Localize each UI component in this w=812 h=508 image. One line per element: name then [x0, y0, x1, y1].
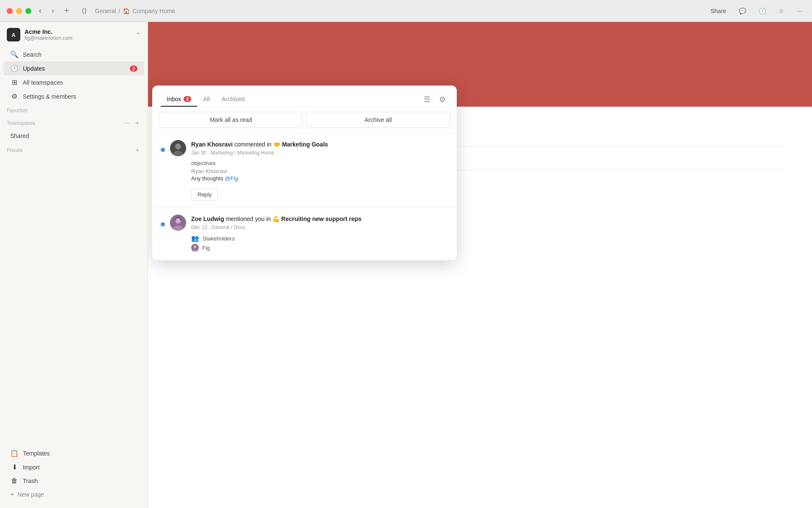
archive-all-button[interactable]: Archive all [306, 112, 450, 128]
templates-icon: 📋 [10, 449, 19, 457]
minimize-button[interactable] [16, 8, 22, 14]
settings-icon: ⚙ [10, 92, 19, 100]
share-button[interactable]: Share [707, 6, 730, 16]
shared-label: Shared [10, 133, 29, 139]
inbox-badge: 2 [184, 96, 191, 102]
fig-label: Fig [202, 245, 210, 251]
forward-button[interactable]: › [49, 5, 57, 17]
main-layout: A Acme Inc. fig@makenotion.com ⌃ 🔍 Searc… [0, 22, 812, 508]
sidebar-item-updates[interactable]: 🕐 Updates 2 [3, 61, 144, 75]
content-area: 🎉 New Employee 🆕 To Do/Read in your firs… [148, 22, 812, 508]
private-section-actions: + [134, 146, 141, 155]
back-button[interactable]: ‹ [36, 5, 44, 17]
history-icon-button[interactable]: 🕐 [755, 6, 769, 16]
unread-indicator [161, 148, 165, 152]
private-section-title: Private [7, 147, 22, 153]
notif-content-label-1: objectives [191, 160, 448, 166]
breadcrumb: General / 🏠 Company Home [95, 8, 702, 14]
notif-page-ref-2: Recruiting new support reps [281, 215, 362, 222]
collapse-sidebar-button[interactable]: ⟨⟩ [78, 5, 90, 17]
sidebar-label-settings: Settings & members [23, 93, 76, 100]
breadcrumb-title[interactable]: Company Home [132, 8, 175, 14]
sidebar-label-templates: Templates [23, 450, 50, 457]
private-add-button[interactable]: + [134, 146, 141, 155]
new-page-button[interactable]: + New page [3, 488, 144, 501]
notif-meta-1: Jan 30 · Marketing / Marketing Home [191, 150, 448, 156]
notif-header: Inbox 2 All Archived ☰ ⚙ [152, 86, 457, 107]
teamspaces-add-button[interactable]: + [134, 119, 141, 128]
notif-author-2: Zoe Ludwig [191, 215, 224, 222]
notif-settings-button[interactable]: ⚙ [436, 93, 448, 106]
more-actions-button[interactable]: ··· [793, 6, 805, 16]
sidebar-item-shared[interactable]: Shared [3, 130, 144, 142]
titlebar: ‹ › + ⟨⟩ General / 🏠 Company Home Share … [0, 0, 812, 22]
notif-mention-1: @Fig [225, 175, 238, 182]
notif-fig-row: Fig [191, 244, 448, 251]
notification-1[interactable]: Ryan Khosravi commented in 🤝 Marketing G… [152, 133, 457, 208]
search-icon: 🔍 [10, 50, 19, 58]
workspace-header[interactable]: A Acme Inc. fig@makenotion.com ⌃ [0, 22, 148, 47]
notif-page-ref-1: Marketing Goals [282, 141, 328, 148]
tab-all[interactable]: All [197, 92, 216, 107]
tab-all-label: All [203, 96, 210, 102]
reply-button-1[interactable]: Reply [191, 188, 218, 201]
tab-archived[interactable]: Archived [216, 92, 250, 107]
ryan-avatar-img [170, 140, 186, 156]
zoe-avatar-img [170, 215, 186, 231]
notif-title-2: Zoe Ludwig mentioned you in 💪 Recruiting… [191, 215, 448, 224]
sidebar-label-updates: Updates [23, 65, 45, 72]
stakeholders-icon: 👥 [191, 235, 199, 242]
bookmark-icon-button[interactable]: ☆ [775, 6, 787, 16]
breadcrumb-separator: / [118, 8, 120, 14]
mark-all-read-button[interactable]: Mark all as read [159, 112, 303, 128]
notif-meta-2: Dec 12 · General / Docs [191, 224, 448, 230]
titlebar-actions: Share 💬 🕐 ☆ ··· [707, 6, 805, 16]
traffic-lights [7, 8, 31, 14]
sidebar-label-search: Search [23, 51, 41, 58]
teamspaces-more-button[interactable]: ··· [123, 119, 132, 128]
notif-author-1: Ryan Khosravi [191, 141, 233, 148]
import-icon: ⬇ [10, 463, 19, 471]
sidebar-item-import[interactable]: ⬇ Import [3, 460, 144, 474]
sidebar-item-teamspaces[interactable]: ⊞ All teamspaces [3, 75, 144, 89]
notif-action-bar: Mark all as read Archive all [152, 107, 457, 133]
stakeholders-label: Stakeholders [203, 235, 235, 242]
favorites-section-label: Favorites [0, 103, 148, 115]
new-tab-button[interactable]: + [62, 5, 71, 17]
notif-tab-actions: ☰ ⚙ [421, 93, 448, 106]
avatar-ryan [170, 140, 186, 156]
sidebar-item-settings[interactable]: ⚙ Settings & members [3, 89, 144, 103]
close-button[interactable] [7, 8, 13, 14]
sidebar-item-trash[interactable]: 🗑 Trash [3, 474, 144, 488]
teamspaces-icon: ⊞ [10, 78, 19, 86]
tab-inbox[interactable]: Inbox 2 [161, 92, 197, 107]
notif-comment-text-1: Any thoughts @Fig [191, 175, 448, 182]
workspace-email: fig@makenotion.com [25, 35, 132, 41]
new-page-plus-icon: + [10, 491, 14, 498]
notif-body-2: Zoe Ludwig mentioned you in 💪 Recruiting… [191, 215, 448, 253]
teamspaces-section-title: Teamspaces [7, 120, 35, 126]
filter-button[interactable]: ☰ [421, 93, 433, 106]
tab-archived-label: Archived [222, 96, 244, 102]
unread-indicator-2 [161, 222, 165, 226]
sidebar-label-trash: Trash [23, 478, 38, 484]
svg-point-1 [175, 144, 181, 149]
notif-stakeholders-row: 👥 Stakeholders [191, 235, 448, 242]
workspace-name: Acme Inc. [25, 28, 132, 35]
private-section-header: Private + [0, 142, 148, 157]
comment-icon-button[interactable]: 💬 [735, 6, 749, 16]
notification-2[interactable]: Zoe Ludwig mentioned you in 💪 Recruiting… [152, 208, 457, 260]
fullscreen-button[interactable] [25, 8, 31, 14]
notif-tabs: Inbox 2 All Archived ☰ ⚙ [161, 92, 448, 106]
new-page-label: New page [17, 491, 44, 498]
notif-body-1: Ryan Khosravi commented in 🤝 Marketing G… [191, 140, 448, 201]
sidebar: A Acme Inc. fig@makenotion.com ⌃ 🔍 Searc… [0, 22, 148, 508]
breadcrumb-general[interactable]: General [95, 8, 116, 14]
notifications-panel: Inbox 2 All Archived ☰ ⚙ [152, 86, 457, 260]
sidebar-item-templates[interactable]: 📋 Templates [3, 446, 144, 460]
avatar-zoe [170, 215, 186, 231]
sidebar-item-search[interactable]: 🔍 Search [3, 47, 144, 61]
workspace-info: Acme Inc. fig@makenotion.com [25, 28, 132, 41]
notif-content-section-1: objectives Ryan Khosravi Any thoughts @F… [191, 160, 448, 182]
tab-inbox-label: Inbox [167, 96, 181, 102]
